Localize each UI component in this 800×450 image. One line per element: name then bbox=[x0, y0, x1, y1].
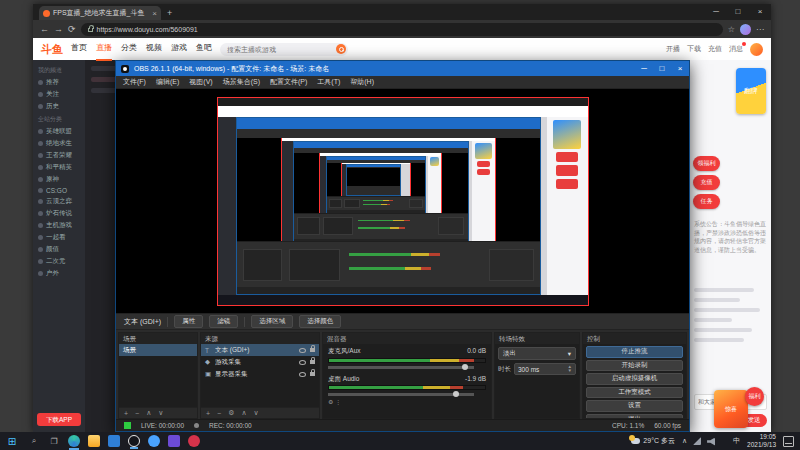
menu-help[interactable]: 帮助(H) bbox=[350, 77, 374, 87]
task-view-icon[interactable]: ❐ bbox=[44, 437, 64, 446]
source-down-icon[interactable]: ∨ bbox=[254, 409, 259, 417]
start-recording-button[interactable]: 开始录制 bbox=[586, 360, 683, 372]
select-region-button[interactable]: 选择区域 bbox=[251, 315, 293, 328]
douyu-logo[interactable]: 斗鱼 bbox=[41, 42, 63, 57]
obs-maximize-button[interactable]: □ bbox=[653, 61, 671, 76]
exit-button[interactable]: 退出 bbox=[586, 414, 683, 419]
action-recharge[interactable]: 充值 bbox=[708, 44, 722, 54]
action-messages[interactable]: 消息 bbox=[729, 44, 743, 54]
add-scene-icon[interactable]: + bbox=[124, 410, 128, 417]
site-search[interactable] bbox=[220, 43, 348, 56]
menu-edit[interactable]: 编辑(E) bbox=[156, 77, 179, 87]
taskbar-icon-obs[interactable] bbox=[128, 435, 140, 447]
taskbar-icon-explorer[interactable] bbox=[88, 435, 100, 447]
visibility-eye-icon[interactable] bbox=[299, 360, 306, 365]
sidebar-item-hearthstone[interactable]: 炉石传说 bbox=[33, 207, 85, 219]
taskbar-search-icon[interactable]: ⌕ bbox=[24, 436, 44, 446]
nav-games[interactable]: 游戏 bbox=[171, 38, 187, 61]
download-app-button[interactable]: 下载APP bbox=[37, 413, 81, 426]
tray-expand-icon[interactable]: ∧ bbox=[682, 437, 687, 445]
nav-categories[interactable]: 分类 bbox=[121, 38, 137, 61]
source-item-text[interactable]: T 文本 (GDI+) bbox=[201, 344, 319, 356]
sidebar-item-recommend[interactable]: 推荐 bbox=[33, 76, 85, 88]
activity-pill-recharge[interactable]: 充值 bbox=[693, 175, 720, 190]
obs-title-bar[interactable]: OBS 26.1.1 (64-bit, windows) - 配置文件: 未命名… bbox=[116, 61, 689, 76]
weather-widget[interactable]: 29°C 多云 bbox=[631, 436, 675, 446]
sidebar-item-console[interactable]: 主机游戏 bbox=[33, 219, 85, 231]
sidebar-item-hok[interactable]: 王者荣耀 bbox=[33, 149, 85, 161]
visibility-eye-icon[interactable] bbox=[299, 372, 306, 377]
sidebar-item-acg[interactable]: 二次元 bbox=[33, 255, 85, 267]
source-settings-icon[interactable]: ⚙ bbox=[228, 409, 234, 417]
back-icon[interactable]: ← bbox=[40, 24, 49, 34]
sidebar-item-tft[interactable]: 云顶之弈 bbox=[33, 195, 85, 207]
ime-indicator[interactable]: 中 bbox=[733, 436, 740, 446]
sidebar-item-pubg[interactable]: 绝地求生 bbox=[33, 137, 85, 149]
taskbar-icon-store[interactable] bbox=[108, 435, 120, 447]
volume-icon[interactable] bbox=[707, 438, 715, 446]
stop-streaming-button[interactable]: 停止推流 bbox=[586, 346, 683, 358]
browser-menu-icon[interactable]: ⋯ bbox=[756, 25, 764, 34]
scene-down-icon[interactable]: ∨ bbox=[158, 409, 163, 417]
source-up-icon[interactable]: ∧ bbox=[241, 409, 246, 417]
refresh-icon[interactable]: ⟳ bbox=[68, 24, 76, 34]
menu-tools[interactable]: 工具(T) bbox=[317, 77, 340, 87]
sidebar-item-follow[interactable]: 关注 bbox=[33, 88, 85, 100]
menu-view[interactable]: 视图(V) bbox=[189, 77, 212, 87]
obs-close-button[interactable]: × bbox=[671, 61, 689, 76]
sidebar-item-lol[interactable]: 英雄联盟 bbox=[33, 125, 85, 137]
add-source-icon[interactable]: + bbox=[206, 410, 210, 417]
url-input[interactable]: https://www.douyu.com/5609091 bbox=[81, 23, 723, 36]
sidebar-item-beauty[interactable]: 颜值 bbox=[33, 243, 85, 255]
forward-icon[interactable]: → bbox=[54, 24, 63, 34]
user-avatar[interactable] bbox=[750, 43, 763, 56]
activity-mascot-card[interactable]: 翻牌 bbox=[736, 68, 766, 114]
remove-scene-icon[interactable]: − bbox=[135, 410, 139, 417]
lock-icon[interactable] bbox=[310, 348, 315, 352]
volume-knob[interactable] bbox=[462, 364, 468, 370]
new-tab-button[interactable]: + bbox=[167, 6, 172, 20]
spinner-arrows[interactable]: ▲▼ bbox=[568, 365, 572, 373]
minimize-button[interactable]: ─ bbox=[705, 4, 727, 20]
sidebar-item-history[interactable]: 历史 bbox=[33, 100, 85, 112]
menu-file[interactable]: 文件(F) bbox=[123, 77, 146, 87]
studio-mode-button[interactable]: 工作室模式 bbox=[586, 387, 683, 399]
settings-button[interactable]: 设置 bbox=[586, 400, 683, 412]
volume-slider[interactable] bbox=[328, 366, 474, 369]
nav-live[interactable]: 直播 bbox=[96, 38, 112, 61]
browser-profile-avatar[interactable] bbox=[740, 24, 751, 35]
scene-up-icon[interactable]: ∧ bbox=[146, 409, 151, 417]
duration-spinner[interactable]: 300 ms ▲▼ bbox=[514, 363, 576, 375]
virtual-camera-button[interactable]: 启动虚拟摄像机 bbox=[586, 373, 683, 385]
welfare-badge[interactable]: 福利 bbox=[745, 387, 764, 406]
bookmark-star-icon[interactable]: ☆ bbox=[728, 25, 735, 34]
menu-scene-collection[interactable]: 场景集合(S) bbox=[223, 77, 260, 87]
source-item-display-capture[interactable]: ▣ 显示器采集 bbox=[201, 368, 319, 380]
network-icon[interactable] bbox=[693, 437, 701, 445]
transition-select[interactable]: 淡出 ▾ bbox=[498, 347, 576, 360]
visibility-eye-icon[interactable] bbox=[299, 348, 306, 353]
sidebar-item-outdoor[interactable]: 户外 bbox=[33, 267, 85, 279]
taskbar-icon-music[interactable] bbox=[188, 435, 200, 447]
lock-icon[interactable] bbox=[310, 372, 315, 376]
sidebar-item-genshin[interactable]: 原神 bbox=[33, 173, 85, 185]
start-button[interactable]: ⊞ bbox=[0, 436, 24, 447]
taskbar-icon-game[interactable] bbox=[168, 435, 180, 447]
channel-options-icons[interactable]: ⚙ ⋮ bbox=[328, 398, 486, 405]
scene-list-item[interactable]: 场景 bbox=[119, 344, 197, 356]
source-properties-button[interactable]: 属性 bbox=[174, 315, 203, 328]
search-input[interactable] bbox=[227, 46, 336, 53]
action-broadcast[interactable]: 开播 bbox=[666, 44, 680, 54]
activity-pill-task[interactable]: 任务 bbox=[693, 194, 720, 209]
taskbar-icon-chat[interactable] bbox=[148, 435, 160, 447]
promo-mascot-card[interactable]: 惊喜 bbox=[714, 390, 748, 428]
nav-video[interactable]: 视频 bbox=[146, 38, 162, 61]
menu-profile[interactable]: 配置文件(P) bbox=[270, 77, 307, 87]
nav-home[interactable]: 首页 bbox=[71, 38, 87, 61]
action-center-icon[interactable] bbox=[783, 436, 794, 447]
action-download[interactable]: 下载 bbox=[687, 44, 701, 54]
source-item-game-capture[interactable]: ◆ 游戏采集 bbox=[201, 356, 319, 368]
search-icon[interactable] bbox=[336, 44, 346, 54]
obs-minimize-button[interactable]: ─ bbox=[635, 61, 653, 76]
sidebar-item-watch[interactable]: 一起看 bbox=[33, 231, 85, 243]
